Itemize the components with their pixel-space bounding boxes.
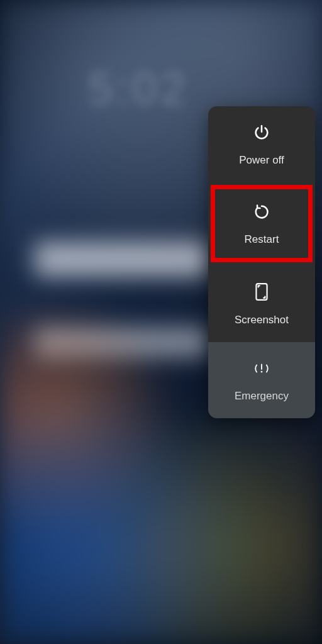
screenshot-button[interactable]: Screenshot: [208, 265, 315, 342]
restart-button[interactable]: Restart: [208, 182, 315, 265]
emergency-icon: [253, 360, 270, 380]
highlight-border: [211, 185, 313, 262]
svg-point-1: [262, 372, 262, 372]
emergency-label: Emergency: [235, 390, 289, 402]
power-off-button[interactable]: Power off: [208, 106, 315, 182]
emergency-button[interactable]: Emergency: [208, 342, 315, 418]
blurred-clock: 5:02: [88, 63, 189, 114]
restart-label: Restart: [245, 233, 279, 246]
power-icon: [253, 124, 270, 144]
screenshot-label: Screenshot: [235, 314, 289, 326]
power-off-label: Power off: [239, 154, 284, 167]
screenshot-icon: [253, 282, 270, 304]
power-menu: Power off Restart Screenshot: [208, 106, 315, 418]
restart-icon: [253, 203, 270, 223]
